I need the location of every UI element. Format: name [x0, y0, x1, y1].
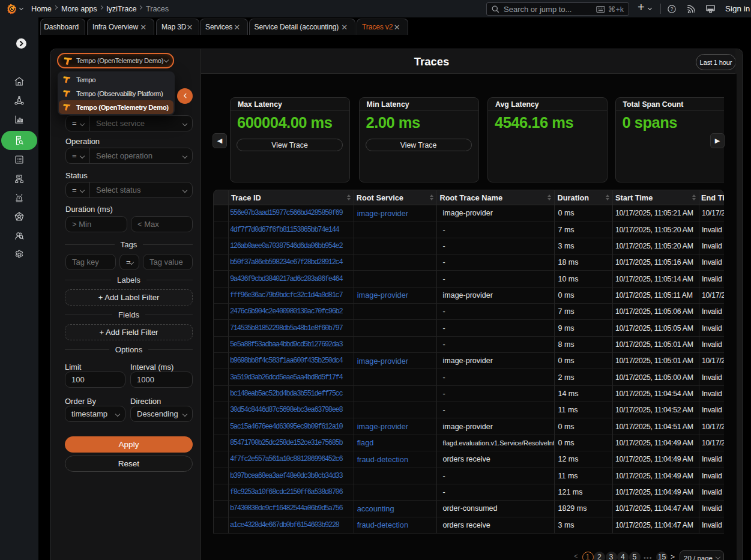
svg-text:?: ? [671, 6, 674, 12]
